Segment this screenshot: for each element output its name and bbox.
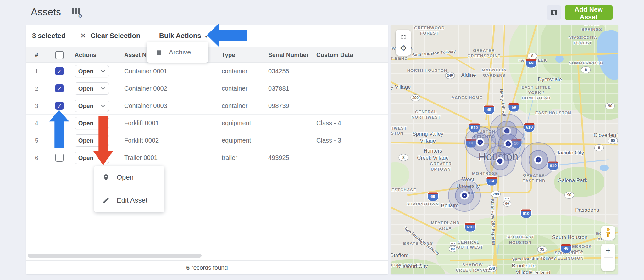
serial-number-cell: 098739 xyxy=(268,97,289,115)
map-settings-gear-icon[interactable]: ⚙ xyxy=(400,44,407,52)
row-checkbox[interactable]: ✓ xyxy=(55,67,64,75)
row-menu-item-label: Edit Asset xyxy=(117,196,147,204)
map-area-label: MAGNOLIA GARDENS xyxy=(482,68,507,78)
map-area-label: EAGLE SPRINGS xyxy=(579,25,605,32)
map-city-label: South Houston xyxy=(552,234,587,241)
serial-number-cell: 037881 xyxy=(268,80,289,97)
map-city-label: Dyersdale xyxy=(538,76,562,83)
highway-shield-alt: ALT90 xyxy=(449,242,457,252)
clear-selection-button[interactable]: ✕ Clear Selection xyxy=(80,25,140,47)
highway-shield-number: 90 xyxy=(503,201,511,207)
open-button[interactable]: Open xyxy=(75,65,97,77)
column-settings-icon[interactable]: ⚙ xyxy=(72,8,81,16)
marker-core xyxy=(497,159,503,164)
column-header-serial-number: Serial Number xyxy=(268,47,309,63)
open-chevron-button[interactable] xyxy=(97,100,109,112)
zoom-out-button[interactable]: − xyxy=(601,258,615,271)
serial-number-cell: 034255 xyxy=(268,63,289,80)
open-chevron-button[interactable] xyxy=(97,83,109,94)
pencil-icon xyxy=(102,197,110,204)
bulk-menu-item-label: Archive xyxy=(169,48,191,56)
selected-count: 3 selected xyxy=(32,25,65,47)
highway-shield-alt-label: ALT xyxy=(504,197,510,200)
toolbar-divider xyxy=(73,31,73,41)
open-split-button: Open xyxy=(75,100,109,112)
highway-shield: 69 xyxy=(509,103,519,112)
gear-icon: ⚙ xyxy=(78,14,82,18)
highway-shield: 288 xyxy=(487,265,497,272)
map-pond xyxy=(555,55,563,63)
map-city-label: Jacinto City xyxy=(556,149,584,156)
type-cell: trailer xyxy=(222,149,237,166)
highway-shield: 8 xyxy=(399,154,408,161)
pegman-icon xyxy=(605,228,612,238)
map-area-label: NORTHWEST HOUSTON xyxy=(391,126,407,137)
column-header-type: Type xyxy=(222,47,235,63)
open-button[interactable]: Open xyxy=(75,83,97,94)
map-zoom-control: + − xyxy=(601,244,615,271)
trash-icon xyxy=(155,49,163,56)
highway-shield: 290 xyxy=(410,94,420,101)
row-menu-item-edit-asset[interactable]: Edit Asset xyxy=(94,189,164,212)
map-area-label: GREENWOOD FOREST xyxy=(414,25,445,36)
column-header-number: # xyxy=(35,47,38,63)
open-button[interactable]: Open xyxy=(75,135,97,146)
row-number: 4 xyxy=(35,115,38,132)
map-canvas[interactable]: GREENWOOD FORESTEAGLE SPRINGSATASCOCITA … xyxy=(391,25,618,274)
map-area-label: WESTCHASE xyxy=(391,188,416,193)
map-area-label: MEYERLAND AREA xyxy=(431,221,460,231)
open-chevron-button[interactable] xyxy=(97,65,109,77)
zoom-in-button[interactable]: + xyxy=(601,244,615,257)
map-city-label: Stafford xyxy=(391,252,409,259)
table-row: 3✓OpenContainer 0003container098739 xyxy=(26,97,388,115)
toolbar-divider xyxy=(148,31,148,41)
open-button[interactable]: Open xyxy=(75,117,97,129)
close-icon: ✕ xyxy=(80,32,86,40)
table-row: 6OpenTrailer 0001trailer493925 xyxy=(26,149,388,166)
highway-shield: 8 xyxy=(594,144,604,151)
type-cell: equipment xyxy=(222,132,251,149)
marker-core xyxy=(478,140,483,145)
chevron-down-icon xyxy=(101,103,105,107)
map-area-label: GREATER GREENSPOINT xyxy=(467,48,501,59)
chevron-down-icon: ▾ xyxy=(205,32,208,39)
street-view-pegman-button[interactable] xyxy=(601,226,615,240)
highway-shield: 610 xyxy=(465,223,475,231)
horizontal-scrollbar[interactable] xyxy=(28,254,202,258)
add-new-asset-button[interactable]: Add New Asset xyxy=(565,5,613,20)
row-checkbox[interactable]: ✓ xyxy=(55,102,64,110)
marker-core xyxy=(462,193,467,198)
row-number: 2 xyxy=(35,80,38,97)
highway-shield: 610 xyxy=(521,209,531,218)
bulk-menu-item-archive[interactable]: Archive xyxy=(147,42,208,63)
open-split-button: Open xyxy=(75,65,109,77)
table-row: 1✓OpenContainer 0001container034255 xyxy=(26,63,388,80)
map-pond xyxy=(600,165,609,171)
map-area-label: ATASCOCITA FOREST xyxy=(568,35,597,46)
map-city-label: Aldine xyxy=(461,72,476,79)
row-actions-menu: OpenEdit Asset xyxy=(94,166,164,212)
fullscreen-icon[interactable] xyxy=(400,34,407,41)
type-cell: container xyxy=(222,63,247,80)
column-header-actions: Actions xyxy=(75,47,97,63)
map-controls: ⚙ xyxy=(396,30,411,56)
highway-shield: 69 xyxy=(486,177,497,185)
row-checkbox[interactable] xyxy=(55,154,64,162)
open-button[interactable]: Open xyxy=(75,152,97,164)
records-count: 6 xyxy=(186,264,190,271)
highway-shield: 288 xyxy=(491,191,501,198)
table-row: 4OpenForklift 0001equipmentClass - 4 xyxy=(26,115,388,132)
map-area-label: EAST HOUSTON xyxy=(535,110,571,115)
chevron-down-icon xyxy=(101,69,105,73)
row-checkbox[interactable]: ✓ xyxy=(55,84,64,92)
map-toggle-button[interactable] xyxy=(547,5,561,20)
select-all-checkbox[interactable] xyxy=(55,51,64,59)
location-pin-icon xyxy=(102,174,110,181)
open-button[interactable]: Open xyxy=(75,100,97,112)
highway-shield: 35 xyxy=(537,246,547,253)
app-window: Assets ⚙ Add New Asset 3 selected ✕ Clea… xyxy=(0,0,644,280)
row-menu-item-open[interactable]: Open xyxy=(94,166,164,189)
records-found-footer: 6 records found xyxy=(26,260,388,274)
page-title: Assets xyxy=(31,6,61,18)
map-city-label: Missouri City xyxy=(397,263,428,270)
